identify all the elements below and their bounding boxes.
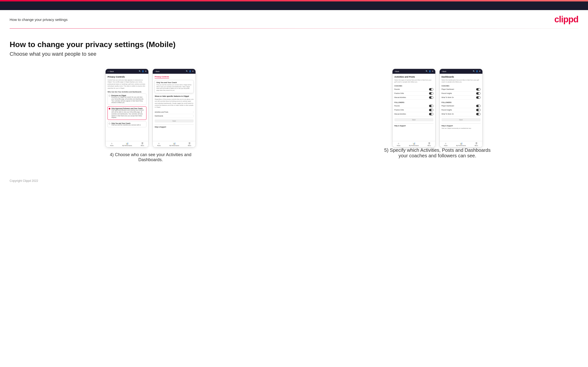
nav-performance[interactable]: 📊 My Performance	[122, 142, 132, 146]
nav-performance2[interactable]: 📊 My Performance	[170, 142, 179, 146]
toggle-followers-what-to-work-switch[interactable]	[476, 113, 481, 115]
help-section4: Help & Support	[441, 123, 481, 126]
mockup1-section-title: Privacy Controls	[107, 76, 147, 78]
chart-icon3: 📊	[413, 142, 415, 145]
copyright: Copyright Clippd 2022	[10, 179, 38, 183]
toggle-followers-rounds: Rounds	[394, 104, 433, 108]
nav-home[interactable]: ⌂ Home	[110, 142, 113, 146]
mockup1-subsection: Who Can See Your Activities and Dashboar…	[107, 91, 147, 93]
top-nav-bar	[0, 1, 588, 10]
option-approved[interactable]: Only Approved Followers and Your Coach O…	[107, 106, 147, 120]
save-button3[interactable]: Save	[394, 118, 433, 121]
mockup1-header: ‹ < Back 🔍 👤 ⚙	[106, 69, 148, 74]
nav-performance4[interactable]: 📊 My Performance	[456, 142, 466, 146]
save-button4[interactable]: Save	[441, 118, 481, 121]
page-heading: How to change your privacy settings (Mob…	[10, 40, 578, 49]
toggle-followers-round-insights-switch[interactable]	[476, 109, 481, 111]
toggle-followers-round-insights: Round Insights	[441, 108, 481, 112]
mockup-privacy-controls: ‹ < Back 🔍 👤 ⚙ Privacy Controls Control …	[105, 69, 149, 148]
right-section: ‹ Back 🔍 👤 ⚙ Activities and Posts Select…	[296, 69, 579, 158]
toggle-coaches-rounds-switch[interactable]	[429, 88, 433, 91]
mockup3-section-title: Activities and Posts	[394, 76, 433, 78]
home-icon4: ⌂	[445, 142, 446, 145]
menu-activities[interactable]: Activities and Posts ›	[155, 110, 194, 114]
toggle-followers-player-dash-switch[interactable]	[476, 105, 481, 107]
mockup4-bottom-nav: ⌂ Home 📊 My Performance ☰ Menu	[440, 141, 482, 147]
toggle-followers-rounds-switch[interactable]	[429, 105, 433, 107]
back-chevron-icon3: ‹	[394, 71, 395, 72]
search-icon2: 🔍	[186, 70, 188, 72]
person-icon4: 👤	[476, 70, 478, 72]
settings-icon2: ⚙	[192, 70, 194, 72]
person-icon: 👤	[142, 70, 144, 72]
nav-home4[interactable]: ⌂ Home	[444, 142, 448, 146]
nav-performance3[interactable]: 📊 My Performance	[409, 142, 419, 146]
back-chevron-icon2: ‹	[155, 71, 155, 72]
mockup2-tab-title: Privacy Controls	[155, 76, 169, 79]
toggle-coaches-drills-switch[interactable]	[429, 92, 433, 95]
mockup2-header: ‹ Back 🔍 👤 ⚙	[153, 69, 196, 74]
mockup4-followers-label: FOLLOWERS	[441, 102, 481, 103]
nav-home2[interactable]: ⌂ Home	[157, 142, 161, 146]
mockup2-icons: 🔍 👤 ⚙	[186, 70, 194, 72]
radio-approved[interactable]	[109, 108, 110, 109]
home-icon3: ⌂	[398, 142, 399, 145]
footer: Copyright Clippd 2022	[0, 172, 588, 190]
toggle-coaches-round-insights-switch[interactable]	[476, 92, 481, 95]
radio-everyone[interactable]	[109, 95, 110, 97]
toggle-coaches-what-to-work-switch[interactable]	[476, 96, 481, 99]
mockup2-back: ‹ Back	[155, 71, 159, 72]
menu-icon3: ☰	[428, 142, 430, 145]
nav-menu3[interactable]: ☰ Menu	[428, 142, 431, 146]
toggle-followers-manual: Manual Activities	[394, 112, 433, 116]
toggle-coaches-player-dash-switch[interactable]	[476, 88, 481, 91]
home-icon2: ⌂	[158, 142, 159, 145]
menu-icon4: ☰	[476, 142, 477, 145]
chart-icon2: 📊	[173, 142, 176, 145]
mockup1-icons: 🔍 👤 ⚙	[139, 70, 147, 72]
mockup2-show-hide-title: Show or hide specific features in Clippd	[155, 95, 194, 97]
settings-icon: ⚙	[145, 70, 147, 72]
toggle-coaches-rounds: Rounds	[394, 87, 433, 92]
toggle-followers-drills-switch[interactable]	[429, 109, 433, 111]
person-icon3: 👤	[429, 70, 431, 72]
caption-right: 5) Specify which Activities, Posts and D…	[380, 148, 495, 158]
mockup3-icons: 🔍 👤 ⚙	[426, 70, 433, 72]
toggle-coaches-manual-switch[interactable]	[429, 96, 433, 99]
person-icon2: 👤	[189, 70, 191, 72]
mockup4-body: Dashboards Select the dashboards that yo…	[440, 74, 482, 141]
mockup1-bottom-nav: ⌂ Home 📊 My Performance ☰ Menu	[106, 141, 148, 147]
back-chevron-icon4: ‹	[441, 71, 442, 72]
nav-home3[interactable]: ⌂ Home	[397, 142, 400, 146]
nav-menu4[interactable]: ☰ Menu	[475, 142, 478, 146]
help-section3: Help & Support	[394, 123, 433, 126]
nav-menu[interactable]: ☰ Menu	[141, 142, 144, 146]
mockup1-body: Privacy Controls Control how you and you…	[106, 74, 148, 141]
option-everyone[interactable]: Everyone on Clippd Everyone on Clippd ca…	[107, 93, 147, 105]
search-icon4: 🔍	[473, 70, 475, 72]
page-subheading: Choose what you want people to see	[10, 51, 578, 57]
arrow-icon2: ›	[193, 115, 194, 117]
mockup3-bottom-nav: ⌂ Home 📊 My Performance ☰ Menu	[392, 141, 435, 147]
mockup-dashboards: ‹ Back 🔍 👤 ⚙ Dashboards Select the dashb…	[439, 69, 483, 148]
option-only-you[interactable]: Only You and Your Coach Only you and the…	[107, 121, 147, 127]
arrow-icon: ›	[193, 111, 194, 113]
mockup3-coaches-label: COACHES	[394, 85, 433, 87]
mockup3-body: Activities and Posts Select the types of…	[392, 74, 435, 141]
option-approved-text: Only Approved Followers and Your Coach O…	[111, 108, 145, 119]
mockup4-coaches-label: COACHES	[441, 85, 481, 87]
mockup1-description: Control how you and your data appears to…	[107, 79, 147, 89]
mockup3-header: ‹ Back 🔍 👤 ⚙	[392, 69, 435, 74]
toggle-coaches-manual: Manual Activities	[394, 96, 433, 100]
save-button2[interactable]: Save	[155, 119, 194, 123]
nav-menu2[interactable]: ☰ Menu	[188, 142, 191, 146]
screenshots-grid: ‹ < Back 🔍 👤 ⚙ Privacy Controls Control …	[10, 69, 578, 162]
toggle-followers-manual-switch[interactable]	[429, 113, 433, 115]
mockup3-description: Select the types of activity that you'd …	[394, 79, 433, 83]
mockup2-bottom-nav: ⌂ Home 📊 My Performance ☰ Menu	[153, 141, 196, 147]
right-mockup-row: ‹ Back 🔍 👤 ⚙ Activities and Posts Select…	[392, 69, 483, 148]
radio-only-you[interactable]	[109, 123, 110, 125]
mockup4-section-title: Dashboards	[441, 76, 481, 78]
menu-dashboards[interactable]: Dashboards ›	[155, 114, 194, 118]
menu-icon2: ☰	[189, 142, 190, 145]
